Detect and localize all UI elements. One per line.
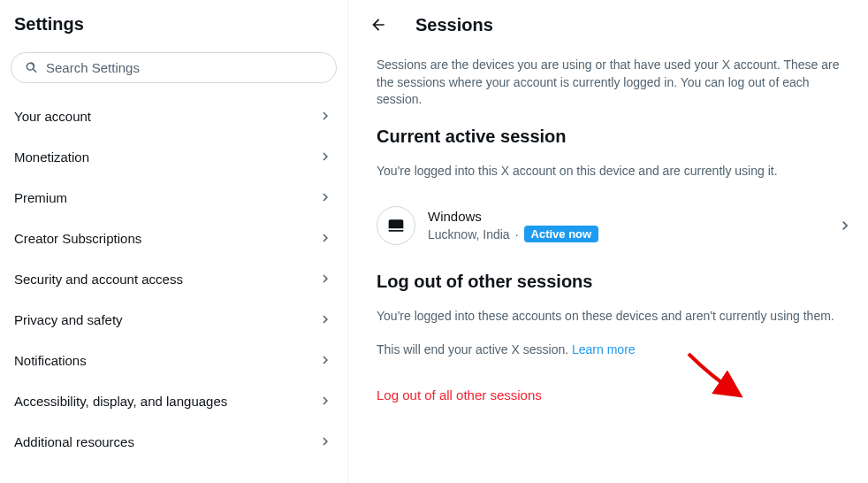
settings-title: Settings (0, 7, 347, 52)
separator: · (515, 227, 519, 242)
logout-all-button[interactable]: Log out of all other sessions (377, 375, 854, 415)
sidebar-item-label: Privacy and safety (14, 312, 123, 327)
settings-sidebar: Settings Your account Monetization Premi… (0, 0, 348, 483)
session-location: Lucknow, India (428, 227, 510, 242)
sidebar-item-security[interactable]: Security and account access (0, 258, 347, 299)
main-content: Sessions Sessions are the devices you ar… (348, 0, 868, 483)
sidebar-item-notifications[interactable]: Notifications (0, 340, 347, 380)
chevron-right-icon (317, 393, 333, 409)
sidebar-item-label: Premium (14, 190, 67, 205)
sidebar-item-monetization[interactable]: Monetization (0, 136, 347, 177)
sidebar-item-creator-subs[interactable]: Creator Subscriptions (0, 218, 347, 258)
arrow-left-icon (369, 16, 387, 34)
session-row[interactable]: Windows Lucknow, India · Active now (377, 196, 854, 256)
chevron-right-icon (317, 230, 333, 246)
device-icon-wrap (377, 206, 415, 245)
chevron-right-icon (317, 149, 333, 165)
active-badge: Active now (524, 226, 599, 242)
end-session-line: This will end your active X session. Lea… (377, 341, 854, 359)
search-input[interactable] (46, 60, 324, 75)
chevron-right-icon (836, 217, 854, 234)
page-description: Sessions are the devices you are using o… (377, 57, 854, 109)
chevron-right-icon (317, 271, 333, 287)
chevron-right-icon (317, 352, 333, 368)
current-session-heading: Current active session (377, 126, 854, 147)
chevron-right-icon (317, 311, 333, 327)
sidebar-item-label: Accessibility, display, and languages (14, 394, 227, 409)
sidebar-item-label: Notifications (14, 353, 87, 368)
other-sessions-heading: Log out of other sessions (377, 272, 854, 292)
page-header: Sessions (348, 0, 868, 48)
sidebar-item-label: Additional resources (14, 434, 134, 449)
learn-more-link[interactable]: Learn more (572, 342, 636, 356)
sidebar-item-label: Security and account access (14, 272, 183, 287)
sidebar-item-premium[interactable]: Premium (0, 177, 347, 218)
nav-list: Your account Monetization Premium Creato… (0, 96, 347, 462)
chevron-right-icon (317, 433, 333, 449)
search-wrap (0, 52, 347, 96)
page-body: Sessions are the devices you are using o… (348, 57, 868, 415)
search-box[interactable] (11, 52, 337, 83)
search-icon (24, 60, 39, 75)
sidebar-item-privacy[interactable]: Privacy and safety (0, 299, 347, 340)
sidebar-item-label: Your account (14, 109, 91, 124)
back-button[interactable] (362, 9, 394, 41)
session-os: Windows (428, 209, 836, 224)
chevron-right-icon (317, 189, 333, 205)
chevron-right-icon (317, 108, 333, 124)
session-text: Windows Lucknow, India · Active now (428, 209, 836, 242)
session-location-line: Lucknow, India · Active now (428, 226, 836, 242)
sidebar-item-your-account[interactable]: Your account (0, 96, 347, 136)
sidebar-item-accessibility[interactable]: Accessibility, display, and languages (0, 380, 347, 421)
current-session-desc: You're logged into this X account on thi… (377, 163, 854, 180)
page-title: Sessions (415, 15, 493, 35)
sidebar-item-label: Creator Subscriptions (14, 231, 141, 246)
sidebar-item-additional[interactable]: Additional resources (0, 421, 347, 462)
end-session-text: This will end your active X session. (377, 342, 572, 356)
sidebar-item-label: Monetization (14, 150, 89, 165)
laptop-icon (387, 217, 405, 234)
other-sessions-desc: You're logged into these accounts on the… (377, 308, 854, 326)
